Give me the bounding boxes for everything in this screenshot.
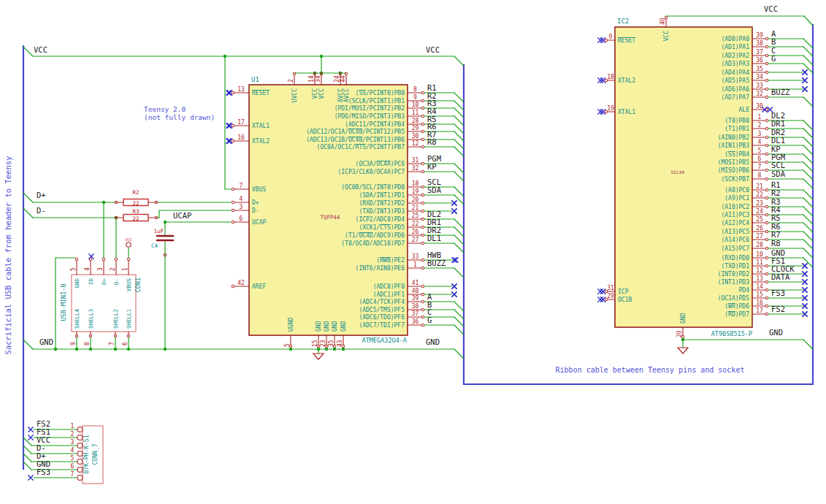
net-label-DL1[interactable]: DL1 [771,136,785,145]
bus-entry [803,145,813,155]
pin-name: (INT6/AIN0)PE6 [356,265,405,272]
pin-end [605,39,608,42]
net-label-DATA[interactable]: DATA [771,272,790,281]
net-label-GND[interactable]: GND [769,328,783,337]
pin-number: 7 [71,471,74,478]
bus-entry [454,219,464,229]
pin-number: 35 [328,340,334,347]
net-label-SCL[interactable]: SCL [771,161,785,169]
pin-end [127,258,130,261]
pin-name: (ADC7/TDI)PF7 [359,322,405,329]
pin-name: (A11)PC3 [721,212,749,218]
net-label-SDA[interactable]: SDA [427,186,442,194]
pin-end [232,221,234,224]
net-label-FS3[interactable]: FS3 [771,289,785,297]
net-label-G[interactable]: G [771,54,776,63]
pin-number: 22 [412,221,419,227]
no-connect-x-icon [598,38,603,42]
no-connect-x-icon [452,209,456,213]
component-R3[interactable]: R322 [115,208,158,222]
component-CONN7[interactable]: B7K-PH-K-S1CONN_71234567 [71,423,103,484]
ground-symbol-icon [678,348,688,354]
note-ribbon-cable: Ribbon cable between Teensy pins and soc… [478,366,822,374]
pin-name: (XCK1/CTS)PD5 [359,224,405,231]
junction-dot [54,348,57,351]
pin-number: 7 [240,183,243,189]
pin-end [421,115,424,118]
net-label-FS3[interactable]: FS3 [37,467,50,476]
bus-entry [803,207,813,216]
no-connect-x-icon [452,201,456,205]
component-IC2[interactable]: IC2DIL40AT90S8515-P9RESET18XTAL219XTAL13… [600,16,768,338]
bus-entry [803,154,813,164]
net-label-R2[interactable]: R2 [771,188,781,197]
pin-end [765,45,768,48]
pin-end [765,205,768,208]
pin-number: 15 [312,340,318,347]
pin-number: 1 [122,267,129,271]
net-label-GND[interactable]: GND [39,337,53,346]
pin-name: (A9)PC1 [724,195,749,202]
pin-number: 17 [756,308,763,314]
net-label-VCC[interactable]: VCC [426,45,440,54]
pad-circle [77,459,83,465]
net-label-D-[interactable]: D- [37,206,46,215]
pin-name: (INT0)PD2 [718,271,750,278]
net-label-SDA[interactable]: SDA [771,169,786,178]
pin-name: (AD7)PA7 [721,94,749,101]
net-label-VCC[interactable]: VCC [34,45,47,54]
pin-number: 2 [71,431,74,438]
pin-number: 15 [756,291,763,298]
pin-number: 5 [70,267,77,271]
net-label-D+[interactable]: D+ [37,191,46,199]
pin-end [765,297,768,299]
pin-end [765,79,768,82]
pin-number: 36 [756,57,763,64]
pin-number: 6 [240,215,243,222]
net-label-UCAP[interactable]: UCAP [173,211,191,220]
pad-circle [77,443,83,448]
net-label-DL1[interactable]: DL1 [427,234,441,243]
net-label-G[interactable]: G [427,316,432,324]
pin-number: 10 [756,251,763,258]
junction-dot [114,348,117,351]
pin-number: 25 [756,216,763,223]
pin-name: SHELL2 [112,309,119,329]
junction-dot [681,338,684,341]
pin-name: XTAL1 [618,109,635,115]
pin-number: 36 [412,318,419,325]
junction-dot [325,348,328,351]
net-label-VCC[interactable]: VCC [764,4,778,13]
pin-number: 4 [758,139,762,145]
pin-name: (ADC6/TDO)PF6 [359,314,405,321]
net-label-FS2[interactable]: FS2 [771,305,785,313]
bus-entry [803,121,813,130]
net-label-B[interactable]: B [771,37,776,46]
net-label-DR1[interactable]: DR1 [771,119,785,128]
pin-name: GND [340,321,347,332]
junction-dot [320,55,323,58]
pin-end [765,188,768,191]
net-label-R7[interactable]: R7 [771,230,781,239]
bus-entry [454,227,464,237]
net-label-BUZZ[interactable]: BUZZ [427,259,445,267]
CON1-value: USB-MINI-B [60,283,67,321]
component-C4[interactable]: 1uFC4 [151,228,173,249]
net-label-BUZZ[interactable]: BUZZ [771,88,789,96]
pin-number: 31 [607,285,614,291]
component-R2[interactable]: R222 [115,189,158,207]
net-label-R5[interactable]: R5 [771,213,781,222]
bus-entry [454,101,464,110]
net-label-R8[interactable]: R8 [427,137,437,146]
component-U1[interactable]: U1TQFP44ATMEGA32U4-A13RESET17XTAL116XTAL… [227,72,424,348]
net-label-R8[interactable]: R8 [771,239,781,248]
pin-end [421,300,424,303]
net-label-KP[interactable]: KP [427,162,437,171]
pin-name: GND [316,321,322,332]
pin-name: (ICP2/ADC8)PD4 [356,216,405,223]
component-CON1[interactable]: CON1USB-MINI-B5GND4ID3D+2D-1VBUS9SHELL48… [60,258,142,345]
pin-end [232,209,234,212]
pin-name: GND [332,321,338,332]
net-label-GND[interactable]: GND [426,337,440,346]
pin-name: ALE [739,107,750,113]
